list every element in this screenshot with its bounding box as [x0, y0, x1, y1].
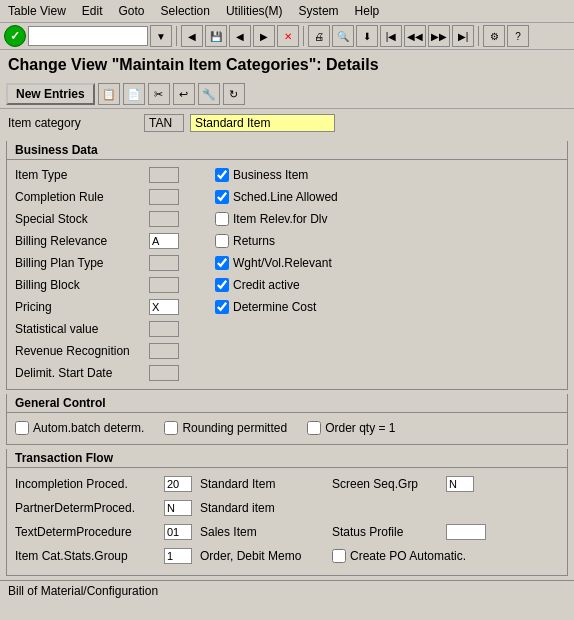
save-icon[interactable]: 💾 [205, 25, 227, 47]
delimit-start-input[interactable] [149, 365, 179, 381]
find-next-icon[interactable]: ⬇ [356, 25, 378, 47]
completion-rule-input[interactable] [149, 189, 179, 205]
item-type-input[interactable] [149, 167, 179, 183]
txn-row-4: Item Cat.Stats.Group Order, Debit Memo C… [15, 545, 559, 567]
menu-help[interactable]: Help [351, 2, 384, 20]
undo-icon[interactable]: ↩ [173, 83, 195, 105]
detail-icon[interactable]: 📋 [98, 83, 120, 105]
menu-table-view[interactable]: Table View [4, 2, 70, 20]
item-category-code[interactable] [144, 114, 184, 132]
txn-row-3: TextDetermProcedure Sales Item Status Pr… [15, 521, 559, 543]
menu-system[interactable]: System [295, 2, 343, 20]
statistical-value-input[interactable] [149, 321, 179, 337]
autom-batch-label: Autom.batch determ. [33, 421, 144, 435]
completion-rule-label: Completion Rule [15, 190, 145, 204]
help2-icon[interactable]: ? [507, 25, 529, 47]
cb-returns: Returns [215, 231, 559, 251]
checkmark-icon[interactable]: ✓ [4, 25, 26, 47]
revenue-recognition-label: Revenue Recognition [15, 344, 145, 358]
prev-page-icon[interactable]: ◀◀ [404, 25, 426, 47]
rounding-checkbox[interactable] [164, 421, 178, 435]
settings-icon[interactable]: ⚙ [483, 25, 505, 47]
menu-utilities[interactable]: Utilities(M) [222, 2, 287, 20]
txn-screen-seq-label: Screen Seq.Grp [332, 477, 442, 491]
returns-label: Returns [233, 234, 275, 248]
menu-goto[interactable]: Goto [115, 2, 149, 20]
refresh-icon[interactable]: ↻ [223, 83, 245, 105]
field-special-stock: Special Stock [15, 209, 215, 229]
wght-vol-checkbox[interactable] [215, 256, 229, 270]
item-relev-dlv-checkbox[interactable] [215, 212, 229, 226]
item-category-row: Item category [0, 109, 574, 137]
rounding-label: Rounding permitted [182, 421, 287, 435]
credit-active-label: Credit active [233, 278, 300, 292]
create-po-checkbox[interactable] [332, 549, 346, 563]
order-qty-label: Order qty = 1 [325, 421, 395, 435]
billing-plan-input[interactable] [149, 255, 179, 271]
billing-block-label: Billing Block [15, 278, 145, 292]
txn-status-profile-label: Status Profile [332, 525, 442, 539]
returns-checkbox[interactable] [215, 234, 229, 248]
billing-relevance-input[interactable] [149, 233, 179, 249]
txn-text-determ-label: TextDetermProcedure [15, 525, 160, 539]
nav-back-icon[interactable]: ◀ [229, 25, 251, 47]
field-revenue-recognition: Revenue Recognition [15, 341, 215, 361]
revenue-recognition-input[interactable] [149, 343, 179, 359]
special-stock-input[interactable] [149, 211, 179, 227]
txn-item-cat-stats-label: Item Cat.Stats.Group [15, 549, 160, 563]
special-stock-label: Special Stock [15, 212, 145, 226]
business-item-checkbox[interactable] [215, 168, 229, 182]
field-delimit-start: Delimit. Start Date [15, 363, 215, 383]
txn-partner-label: PartnerDetermProced. [15, 501, 160, 515]
txn-screen-seq-input[interactable] [446, 476, 474, 492]
print-icon[interactable]: 🖨 [308, 25, 330, 47]
txn-text-determ-input[interactable] [164, 524, 192, 540]
delete-icon[interactable]: ✂ [148, 83, 170, 105]
txn-item-cat-stats-input[interactable] [164, 548, 192, 564]
order-qty-checkbox[interactable] [307, 421, 321, 435]
determine-cost-checkbox[interactable] [215, 300, 229, 314]
menu-selection[interactable]: Selection [157, 2, 214, 20]
config-icon[interactable]: 🔧 [198, 83, 220, 105]
item-type-label: Item Type [15, 168, 145, 182]
cb-rounding: Rounding permitted [164, 418, 287, 438]
first-icon[interactable]: |◀ [380, 25, 402, 47]
find-icon[interactable]: 🔍 [332, 25, 354, 47]
autom-batch-checkbox[interactable] [15, 421, 29, 435]
page-title: Change View "Maintain Item Categories": … [0, 50, 574, 80]
txn-partner-input[interactable] [164, 500, 192, 516]
billing-block-input[interactable] [149, 277, 179, 293]
dropdown-icon[interactable]: ▼ [150, 25, 172, 47]
new-entries-button[interactable]: New Entries [6, 83, 95, 105]
billing-relevance-label: Billing Relevance [15, 234, 145, 248]
next-page-icon[interactable]: ▶▶ [428, 25, 450, 47]
field-item-type: Item Type [15, 165, 215, 185]
pricing-input[interactable] [149, 299, 179, 315]
txn-incompletion-value: Standard Item [200, 477, 320, 491]
credit-active-checkbox[interactable] [215, 278, 229, 292]
transaction-flow-section: Transaction Flow Incompletion Proced. St… [6, 449, 568, 576]
statistical-value-label: Statistical value [15, 322, 145, 336]
cb-order-qty: Order qty = 1 [307, 418, 395, 438]
item-category-value[interactable] [190, 114, 335, 132]
item-category-label: Item category [8, 116, 138, 130]
last-icon[interactable]: ▶| [452, 25, 474, 47]
txn-incompletion-input[interactable] [164, 476, 192, 492]
determine-cost-label: Determine Cost [233, 300, 316, 314]
command-input[interactable] [28, 26, 148, 46]
prev-icon[interactable]: ◀ [181, 25, 203, 47]
pricing-label: Pricing [15, 300, 145, 314]
menu-edit[interactable]: Edit [78, 2, 107, 20]
txn-status-profile-input[interactable] [446, 524, 486, 540]
txn-incompletion-label: Incompletion Proced. [15, 477, 160, 491]
stop-icon[interactable]: ✕ [277, 25, 299, 47]
cb-determine-cost: Determine Cost [215, 297, 559, 317]
biz-left-fields: Item Type Completion Rule Special Stock … [15, 165, 215, 383]
cb-sched-line: Sched.Line Allowed [215, 187, 559, 207]
cb-wght-vol: Wght/Vol.Relevant [215, 253, 559, 273]
nav-fwd-icon[interactable]: ▶ [253, 25, 275, 47]
copy-icon[interactable]: 📄 [123, 83, 145, 105]
sched-line-checkbox[interactable] [215, 190, 229, 204]
item-relev-dlv-label: Item Relev.for Dlv [233, 212, 327, 226]
business-data-header: Business Data [7, 141, 567, 160]
